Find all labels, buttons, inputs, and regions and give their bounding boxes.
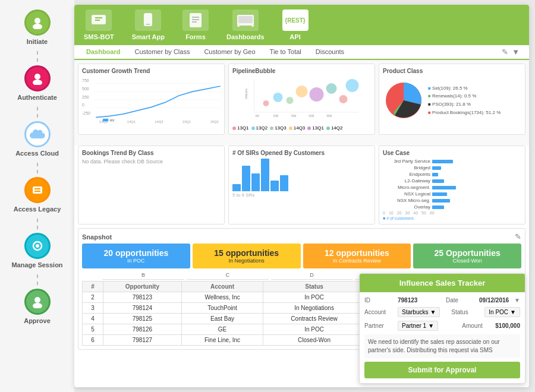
snapshot-edit-icon[interactable]: ✎ xyxy=(515,232,521,241)
sidebar-label-initiate: Initiate xyxy=(27,38,48,45)
tracker-partner-select[interactable]: Partner 1 ▼ xyxy=(398,321,438,331)
row2-acct: TouchPoint xyxy=(181,303,263,314)
sidebar-item-approve[interactable]: Approve xyxy=(0,285,74,328)
nav-sms-bot[interactable]: SMS-BOT xyxy=(84,10,114,40)
pie-product-label: Product Bookings(1734): 51.2 % xyxy=(432,110,501,115)
date-dropdown-icon[interactable]: ▼ xyxy=(514,297,520,304)
svg-text:500: 500 xyxy=(82,87,89,91)
row1-num: 2 xyxy=(83,292,103,303)
svg-text:80M: 80M xyxy=(327,115,332,118)
snapshot-title: Snapshot xyxy=(82,233,112,241)
tracker-account-select[interactable]: Starbucks ▼ xyxy=(398,307,440,317)
product-class-title: Product Class xyxy=(383,68,521,74)
svg-point-3 xyxy=(33,80,42,85)
row4-acct: GE xyxy=(181,324,263,335)
svg-text:60M: 60M xyxy=(309,115,314,118)
initiate-icon xyxy=(24,10,51,36)
influence-sales-tracker: Influence Sales Tracker ID 798123 Date 0… xyxy=(359,273,525,384)
smart-app-icon xyxy=(135,10,161,31)
row5-opp: 798127 xyxy=(103,335,181,346)
forms-icon xyxy=(182,10,209,31)
submit-approval-button[interactable]: Submit for Approval xyxy=(364,362,520,378)
nav-api-label: API xyxy=(289,33,300,40)
snapshot-card-contracts: 12 opportunities In Contracts Review xyxy=(303,244,411,268)
svg-rect-5 xyxy=(34,188,40,189)
tab-bar: Dashboard Customer by Class Customer by … xyxy=(74,45,529,60)
pie-renewals-label: Renewals(14): 0.5 % xyxy=(432,93,476,99)
sidebar-item-access-cloud[interactable]: Access Cloud xyxy=(0,118,74,160)
bookings-no-data: No data. Please check DB Source xyxy=(82,159,221,165)
sidebar-label-manage-session: Manage Session xyxy=(11,261,62,268)
tracker-status-label: Status xyxy=(451,309,481,315)
card-poc-label: In POC xyxy=(86,258,187,264)
svg-text:0M: 0M xyxy=(256,115,260,118)
snapshot-card-negotiations: 15 opportunities In Negotiations xyxy=(193,244,301,268)
tab-customer-by-geo[interactable]: Customer by Geo xyxy=(197,45,262,60)
tracker-amount-value: $100,000 xyxy=(495,323,520,329)
svg-text:250: 250 xyxy=(82,95,89,99)
nav-smart-app[interactable]: Smart App xyxy=(132,10,165,40)
sidebar-item-manage-session[interactable]: Manage Session xyxy=(0,229,74,272)
sidebar-item-authenticate[interactable]: Authenticate xyxy=(0,62,74,105)
svg-text:14Q1: 14Q1 xyxy=(127,120,136,124)
svg-point-44 xyxy=(273,93,283,102)
tab-dashboard[interactable]: Dashboard xyxy=(79,45,127,60)
row3-status: Contracts Review xyxy=(263,314,366,324)
row3-opp: 798125 xyxy=(103,314,181,324)
connector-1 xyxy=(37,51,38,62)
svg-rect-16 xyxy=(190,13,202,27)
card-contract-count: 12 opportunities xyxy=(307,248,408,258)
pipeline-bubble-title: PipelineBubble xyxy=(232,68,371,74)
pie-pso-label: PSO(393): 21.8 % xyxy=(432,102,471,107)
col-d1: D xyxy=(271,272,353,280)
card-neg-count: 15 opportunities xyxy=(196,248,297,258)
svg-text:0: 0 xyxy=(82,103,84,107)
charts-grid: Customer Growth Trend 750 500 250 0 -250… xyxy=(74,60,529,146)
use-case-title: Use Case xyxy=(383,150,521,156)
account-dropdown-icon: ▼ xyxy=(430,309,436,315)
svg-text:40M: 40M xyxy=(291,115,297,118)
nav-dashboards[interactable]: Dashboards xyxy=(226,10,265,40)
nav-forms[interactable]: Forms xyxy=(182,10,209,40)
partner-dropdown-icon: ▼ xyxy=(428,323,434,329)
access-cloud-icon xyxy=(24,121,51,147)
row4-status: In POC xyxy=(263,324,366,335)
svg-point-49 xyxy=(339,95,348,103)
sirs-opened-title: # Of SIRs Opened By Customers xyxy=(232,150,371,156)
row4-opp: 798126 xyxy=(103,324,181,335)
dashboards-icon xyxy=(232,10,259,31)
col-header-opportunity: Opportunity xyxy=(103,282,181,292)
sidebar-item-access-legacy[interactable]: Access Legacy xyxy=(0,173,74,216)
row4-num: 5 xyxy=(83,324,103,335)
tab-discounts[interactable]: Discounts xyxy=(309,45,351,60)
card-closed-count: 25 Opportunities xyxy=(417,248,518,258)
svg-point-46 xyxy=(296,86,308,97)
tracker-status-select[interactable]: In POC ▼ xyxy=(484,307,520,317)
sidebar-item-initiate[interactable]: Initiate xyxy=(0,6,74,49)
svg-rect-6 xyxy=(34,191,40,192)
tracker-account-value: Starbucks xyxy=(402,309,428,315)
row2-num: 3 xyxy=(83,303,103,314)
svg-point-2 xyxy=(34,74,40,80)
card-poc-count: 20 opportunities xyxy=(86,248,187,258)
edit-icon[interactable]: ✎ xyxy=(502,48,508,56)
svg-text:15Q1: 15Q1 xyxy=(182,120,191,124)
svg-point-48 xyxy=(326,83,337,94)
nav-smart-app-label: Smart App xyxy=(132,33,165,40)
tracker-id-label: ID xyxy=(364,297,394,304)
svg-line-22 xyxy=(237,26,240,27)
col-header-account: Account xyxy=(181,282,263,292)
tracker-account-label: Account xyxy=(364,309,394,315)
connector-3 xyxy=(37,163,38,173)
manage-session-icon xyxy=(24,233,51,259)
tracker-id-value: 798123 xyxy=(398,297,417,304)
tab-tie-to-total[interactable]: Tie to Total xyxy=(263,45,309,60)
nav-api[interactable]: {REST} API xyxy=(282,10,309,40)
tab-customer-by-class[interactable]: Customer by Class xyxy=(127,45,197,60)
filter-icon[interactable]: ▼ xyxy=(512,48,520,56)
svg-point-45 xyxy=(287,97,294,104)
col-b: B xyxy=(102,272,184,280)
svg-rect-4 xyxy=(33,186,42,194)
col-c: C xyxy=(187,272,269,280)
tracker-title: Influence Sales Tracker xyxy=(360,274,525,292)
